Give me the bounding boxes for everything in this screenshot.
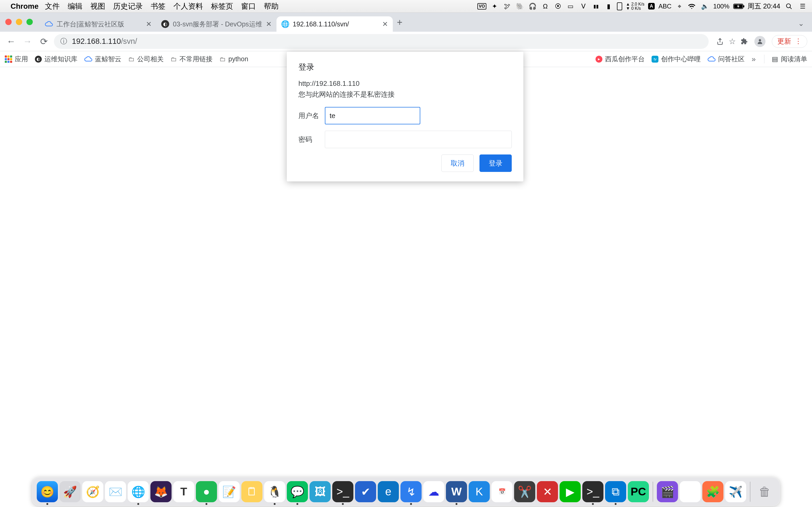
username-input[interactable] (325, 107, 420, 124)
browser-tab[interactable]: 工作台|蓝鲸智云社区版 ✕ (40, 16, 156, 32)
bookmark-item[interactable]: ▸ 西瓜创作平台 (596, 55, 645, 63)
menu-tabs[interactable]: 标签页 (211, 1, 233, 11)
forward-button[interactable]: → (21, 35, 34, 48)
extensions-icon[interactable] (741, 38, 748, 45)
battery-percent[interactable]: 100% (713, 3, 729, 10)
password-input[interactable] (325, 131, 512, 148)
menu-file[interactable]: 文件 (45, 1, 60, 11)
status-icon[interactable]: ✦ (490, 3, 499, 10)
menu-window[interactable]: 窗口 (241, 1, 256, 11)
bookmark-folder[interactable]: 🗀不常用链接 (170, 55, 212, 63)
window-minimize-button[interactable] (16, 19, 22, 25)
tab-close-icon[interactable]: ✕ (146, 20, 152, 28)
battery-icon[interactable] (733, 3, 742, 9)
wifi-icon[interactable] (688, 3, 697, 9)
profile-avatar[interactable] (754, 36, 765, 47)
headphones-icon[interactable]: 🎧 (528, 3, 537, 10)
reading-list-button[interactable]: ▤ 阅读清单 (764, 55, 807, 63)
dock-app-safari[interactable]: 🧭 (82, 481, 103, 502)
dock-app-qq[interactable]: 🐧 (264, 481, 285, 502)
tab-overflow-icon[interactable]: ⌄ (798, 19, 804, 28)
app-menu[interactable]: Chrome (11, 2, 39, 11)
dock-app-notes[interactable]: 🗒 (241, 481, 262, 502)
dock-app-screenshot[interactable]: ✂️ (514, 481, 535, 502)
bookmark-item[interactable]: ◐ 运维知识库 (35, 55, 78, 63)
menu-profile[interactable]: 个人资料 (173, 1, 203, 11)
dock-recent-app[interactable]: ✈️ (725, 481, 746, 502)
dock-app-typora[interactable]: T (173, 481, 194, 502)
apps-shortcut[interactable]: 应用 (5, 55, 28, 63)
status-icon[interactable]: ▮▮ (592, 3, 601, 9)
bookmarks-overflow-icon[interactable]: » (752, 55, 756, 63)
dock-app-vscode[interactable]: ⧉ (605, 481, 626, 502)
status-icon[interactable]: Ⅴ (579, 3, 588, 10)
new-tab-button[interactable]: + (397, 17, 403, 28)
dock-recent-app[interactable]: 🖥 (679, 481, 701, 502)
record-icon[interactable]: ⦿ (554, 3, 562, 10)
bookmark-item[interactable]: tv 创作中心哔哩 (652, 55, 701, 63)
volume-icon[interactable]: 🔈 (701, 3, 709, 10)
login-button[interactable]: 登录 (479, 155, 512, 172)
site-info-icon[interactable]: ⓘ (60, 37, 67, 46)
spotlight-icon[interactable] (785, 3, 795, 10)
menu-edit[interactable]: 编辑 (68, 1, 83, 11)
bird-icon[interactable]: 🕊 (503, 3, 512, 10)
control-center-icon[interactable]: ☰ (798, 3, 807, 10)
dock-app-terminal2[interactable]: >_ (332, 481, 353, 502)
screen-icon[interactable]: ▭ (566, 3, 575, 10)
dock-app-thunder[interactable]: ↯ (400, 481, 421, 502)
evernote-icon[interactable]: 🐘 (515, 3, 524, 10)
share-icon[interactable] (716, 38, 724, 45)
update-button[interactable]: 更新 ⋮ (772, 35, 807, 48)
menu-help[interactable]: 帮助 (264, 1, 278, 11)
dock-app-mail[interactable]: ✉️ (105, 481, 126, 502)
dock-app-xmind[interactable]: ✕ (537, 481, 558, 502)
dock-app-firefox[interactable]: 🦊 (150, 481, 171, 502)
input-source-icon[interactable]: A (648, 3, 655, 9)
back-button[interactable]: ← (5, 35, 17, 48)
status-icon[interactable]: VO (477, 3, 486, 9)
dock-app-word[interactable]: W (446, 481, 467, 502)
bookmark-item[interactable]: 蓝鲸智云 (84, 55, 121, 63)
browser-tab-active[interactable]: 🌐 192.168.1.110/svn/ ✕ (276, 16, 393, 32)
dock-app-chrome[interactable]: 🌐 (128, 481, 149, 502)
menu-history[interactable]: 历史记录 (113, 1, 143, 11)
dock-app-launchpad[interactable]: 🚀 (59, 481, 81, 502)
dock-app-preview[interactable]: 🖼 (309, 481, 331, 502)
dock-app-baidu[interactable]: ☁ (423, 481, 444, 502)
window-close-button[interactable] (5, 19, 12, 25)
input-source-label[interactable]: ABC (658, 3, 671, 10)
phone-icon[interactable] (617, 2, 622, 10)
dock-recent-app[interactable]: 🎬 (657, 481, 678, 502)
dock-app-kdenlive[interactable]: K (469, 481, 490, 502)
tab-close-icon[interactable]: ✕ (382, 20, 388, 28)
dock-app-calendar[interactable]: 📅 (491, 481, 512, 502)
dock-app-todo[interactable]: ✔ (355, 481, 376, 502)
dock-trash[interactable]: 🗑 (754, 481, 775, 502)
menu-bookmarks[interactable]: 书签 (151, 1, 165, 11)
window-maximize-button[interactable] (27, 19, 33, 25)
dock-app-spotify[interactable]: ● (196, 481, 217, 502)
bookmark-folder[interactable]: 🗀公司相关 (128, 55, 164, 63)
clock[interactable]: 周五 20:44 (748, 2, 780, 11)
bluetooth-icon[interactable]: ⌖ (675, 3, 684, 10)
dock-app-wechat[interactable]: 💬 (287, 481, 308, 502)
reload-button[interactable]: ⟳ (38, 35, 50, 48)
network-speed[interactable]: ▲ 2.0 K/s▼ 0 K/s (626, 2, 645, 11)
dock-app-finder[interactable]: 😊 (37, 481, 58, 502)
battery-phone-icon[interactable]: ▮ (604, 3, 613, 10)
address-bar[interactable]: ⓘ 192.168.1.110/svn/ (54, 34, 709, 49)
dock-app-edge[interactable]: e (378, 481, 399, 502)
browser-tab[interactable]: ◐ 03-svn服务部署 - DevOps运维 ✕ (156, 16, 276, 32)
bookmark-item[interactable]: 问答社区 (708, 55, 745, 63)
dock-app-pycharm[interactable]: PC (628, 481, 649, 502)
status-icon[interactable]: Ω (541, 3, 550, 10)
dock-app-terminal[interactable]: >_ (582, 481, 603, 502)
dock-app-reminders[interactable]: 📝 (218, 481, 240, 502)
bookmark-star-icon[interactable]: ☆ (729, 37, 736, 46)
cancel-button[interactable]: 取消 (442, 155, 474, 172)
dock-recent-app[interactable]: 🧩 (702, 481, 723, 502)
dock-app-iqiyi[interactable]: ▶ (560, 481, 581, 502)
bookmark-folder[interactable]: 🗀python (219, 55, 248, 63)
tab-close-icon[interactable]: ✕ (266, 20, 272, 28)
